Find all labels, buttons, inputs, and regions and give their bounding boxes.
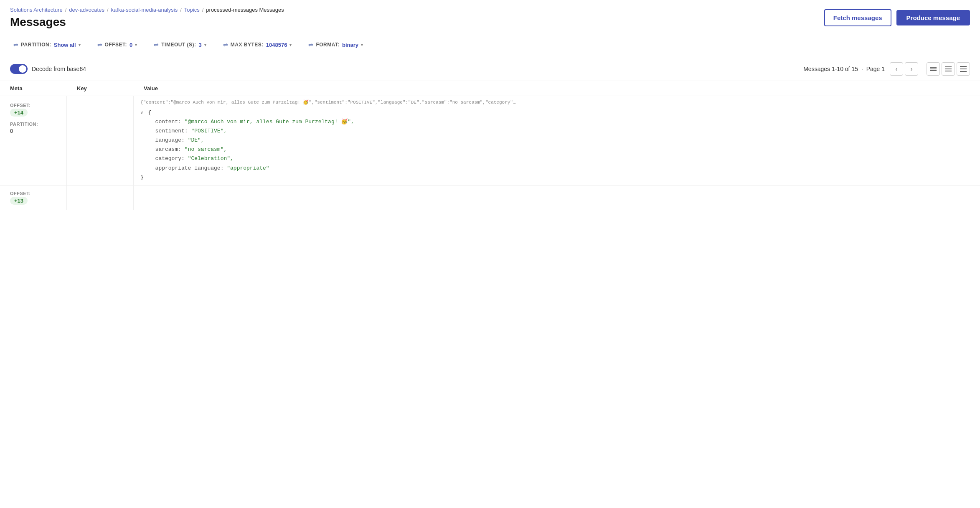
timeout-filter-value: 3 [199,42,202,48]
density-expanded-icon [960,66,967,72]
breadcrumb-sep-4: / [202,7,204,13]
json-line-appropriate: appropriate language: "appropriate" [140,165,269,171]
offset-field-2: OFFSET: +13 [10,191,56,205]
format-chevron-icon: ▾ [361,43,363,47]
message-row-1: OFFSET: +14 PARTITION: 0 {"content":"@ma… [0,96,980,186]
json-line-content: content: "@marco Auch von mir, alles Gut… [140,119,354,125]
page-title: Messages [10,15,284,29]
message-meta-2: OFFSET: +13 [0,186,67,210]
density-buttons [927,62,970,76]
partition-filter-label: PARTITION: [21,42,51,48]
col-header-key: Key [77,85,144,91]
breadcrumb-dev-advocates[interactable]: dev-advocates [69,7,104,13]
json-key-category: category: [149,155,188,162]
format-filter-icon: ⇌ [308,41,313,48]
json-line-category: category: "Celebration", [140,155,234,162]
message-row-2: OFFSET: +13 [0,186,980,210]
maxbytes-filter-value: 1048576 [266,42,287,48]
maxbytes-filter-label: MAX BYTES: [231,42,264,48]
table-header: Meta Key Value [0,81,980,96]
json-key-sarcasm: sarcasm: [149,146,185,152]
header-actions: Fetch messages Produce message [824,9,970,26]
controls-bar: Decode from base64 Messages 1-10 of 15 ·… [0,57,980,81]
format-filter-value: binary [342,42,358,48]
pagination-dot: · [861,66,865,72]
json-close-brace-1: } [140,174,144,180]
message-meta-1: OFFSET: +14 PARTITION: 0 [0,96,67,185]
message-key-1 [67,96,134,185]
maxbytes-filter[interactable]: ⇌ MAX BYTES: 1048576 ▾ [220,40,295,50]
json-line-language: language: "DE", [140,137,204,143]
partition-chevron-icon: ▾ [79,43,81,47]
density-expanded-button[interactable] [957,62,970,76]
offset-filter-label: OFFSET: [105,42,127,48]
col-header-value: Value [144,85,970,91]
json-line-sentiment: sentiment: "POSITIVE", [140,128,227,134]
timeout-filter[interactable]: ⇌ TIMEOUT (S): 3 ▾ [150,40,210,50]
next-page-button[interactable]: › [905,62,918,76]
json-collapse-toggle-1[interactable]: ∨ [140,110,143,115]
top-bar: Solutions Architecture / dev-advocates /… [0,0,980,32]
pagination-info: Messages 1-10 of 15 · Page 1 [803,66,885,72]
decode-toggle-label: Decode from base64 [32,66,86,72]
offset-label-2: OFFSET: [10,191,56,196]
json-val-sentiment: "POSITIVE", [191,128,227,134]
breadcrumb-sep-3: / [180,7,182,13]
breadcrumb-solutions-architecture[interactable]: Solutions Architecture [10,7,63,13]
json-val-content: "@marco Auch von mir, alles Gute zum Pur… [185,119,354,125]
json-line-sarcasm: sarcasm: "no sarcasm", [140,146,227,152]
json-key-content: content: [149,119,185,125]
filters-bar: ⇌ PARTITION: Show all ▾ ⇌ OFFSET: 0 ▾ ⇌ … [0,32,980,57]
offset-value-2: +13 [10,197,28,205]
pagination-page: Page 1 [866,66,885,72]
page-navigation: ‹ › [890,62,918,76]
partition-value-1: 0 [10,128,13,134]
partition-filter[interactable]: ⇌ PARTITION: Show all ▾ [10,40,84,50]
offset-filter[interactable]: ⇌ OFFSET: 0 ▾ [94,40,141,50]
json-viewer-1: ∨ { content: "@marco Auch von mir, alles… [140,108,973,182]
message-value-1: {"content":"@marco Auch von mir, alles G… [134,96,980,185]
maxbytes-chevron-icon: ▾ [289,43,292,47]
json-key-language: language: [149,137,188,143]
json-val-sarcasm: "no sarcasm", [185,146,227,152]
breadcrumb-current: processed-messages Messages [206,7,284,13]
breadcrumb-sep-2: / [107,7,109,13]
pagination-range: Messages 1-10 of 15 [803,66,858,72]
breadcrumb-topics[interactable]: Topics [184,7,200,13]
density-medium-icon [945,66,952,71]
offset-filter-icon: ⇌ [97,41,102,48]
decode-toggle-container: Decode from base64 [10,64,86,74]
produce-message-button[interactable]: Produce message [896,10,970,25]
partition-filter-icon: ⇌ [13,41,18,48]
col-header-meta: Meta [10,85,77,91]
breadcrumb: Solutions Architecture / dev-advocates /… [10,7,284,13]
fetch-messages-button[interactable]: Fetch messages [824,9,891,26]
density-compact-button[interactable] [927,62,940,76]
offset-field-1: OFFSET: +14 [10,103,56,117]
json-key-appropriate: appropriate language: [149,165,227,171]
json-val-category: "Celebration", [188,155,234,162]
value-preview-1: {"content":"@marco Auch von mir, alles G… [140,99,516,105]
breadcrumb-kafka[interactable]: kafka-social-media-analysis [111,7,178,13]
partition-label-1: PARTITION: [10,122,56,127]
offset-value-1: +14 [10,109,28,117]
offset-label-1: OFFSET: [10,103,56,108]
pagination-controls: Messages 1-10 of 15 · Page 1 ‹ › [803,62,970,76]
json-val-language: "DE", [188,137,204,143]
partition-filter-value: Show all [54,42,76,48]
format-filter-label: FORMAT: [316,42,340,48]
json-val-appropriate: "appropriate" [227,165,269,171]
maxbytes-filter-icon: ⇌ [223,41,228,48]
offset-filter-value: 0 [129,42,132,48]
breadcrumb-sep-1: / [65,7,67,13]
offset-chevron-icon: ▾ [135,43,137,47]
decode-toggle-switch[interactable] [10,64,28,74]
density-compact-icon [930,67,937,71]
message-value-2 [134,186,980,210]
density-medium-button[interactable] [942,62,955,76]
json-key-sentiment: sentiment: [149,128,191,134]
prev-page-button[interactable]: ‹ [890,62,903,76]
message-key-2 [67,186,134,210]
partition-field-1: PARTITION: 0 [10,122,56,134]
format-filter[interactable]: ⇌ FORMAT: binary ▾ [305,40,366,50]
